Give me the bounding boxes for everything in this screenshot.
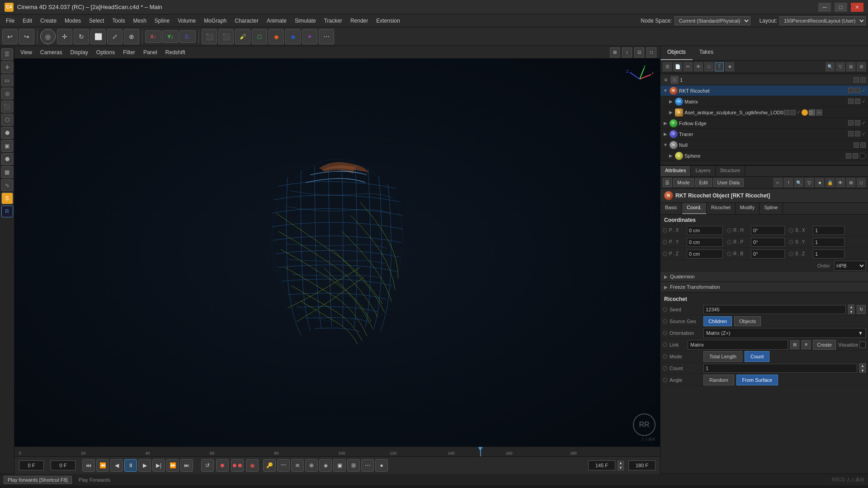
coord-rh-value[interactable]: 0° [751, 226, 785, 235]
attr-mode-btn[interactable]: Mode [673, 178, 694, 187]
extra5-button[interactable]: ⋯ [361, 459, 374, 472]
menu-tracker[interactable]: Tracker [321, 16, 346, 25]
coord-rp-value[interactable]: 0° [751, 238, 785, 247]
redo-button[interactable]: ↪ [19, 29, 34, 44]
sidebar-vol-icon[interactable]: ⬣ [1, 153, 13, 165]
object-row-asset[interactable]: ▶ A Aset_antique_sculpture_S_ugtkfevhw_L… [660, 107, 868, 118]
angle-radio[interactable] [663, 378, 667, 382]
menu-edit[interactable]: Edit [19, 16, 36, 25]
maximize-button[interactable]: □ [835, 3, 847, 12]
axis-y-button[interactable]: Y↕ [162, 30, 179, 43]
sidebar-grid-icon[interactable]: ▦ [1, 166, 13, 178]
asset-dot2[interactable] [790, 110, 796, 115]
extra4-button[interactable]: ⊞ [347, 459, 360, 472]
light-tool-button[interactable]: ◆ [269, 29, 284, 44]
tab-takes[interactable]: Takes [693, 46, 720, 60]
follow-dot2[interactable] [855, 120, 860, 126]
sidebar-mesh-icon[interactable]: ⬢ [1, 127, 13, 139]
object-tool-button[interactable]: ⬛ [218, 29, 234, 44]
link-clear-icon[interactable]: ✕ [802, 340, 811, 349]
timeline-ruler[interactable]: 0 20 40 60 80 100 120 140 160 180 [14, 447, 660, 457]
matrix-expand-icon[interactable]: ▶ [668, 99, 674, 104]
seed-up-btn[interactable]: ▲ [848, 305, 854, 309]
window-controls[interactable]: ─ □ ✕ [818, 3, 863, 12]
move-tool-button[interactable]: ✛ [57, 29, 72, 44]
camera-tool-button[interactable]: ◈ [285, 29, 301, 44]
frame-up[interactable]: ▲ [618, 461, 624, 465]
attr-info-icon[interactable]: □ [857, 178, 866, 187]
null-expand-icon[interactable]: ▼ [663, 142, 668, 147]
objects-btn[interactable]: Objects [734, 316, 761, 326]
matrix-check[interactable]: ✓ [862, 99, 866, 104]
panel-edit-icon[interactable]: ✏ [684, 62, 693, 71]
object-row-1[interactable]: ① □ 1 [660, 75, 868, 85]
filter-menu[interactable]: Filter [121, 48, 137, 56]
object-row-follow-edge[interactable]: ▶ F Follow Edge ✓ [660, 118, 868, 129]
key-button[interactable]: 🔑 [263, 459, 276, 472]
coord-y-radio[interactable] [663, 240, 667, 244]
random-btn[interactable]: Random [703, 375, 734, 385]
row1-dot2[interactable] [860, 77, 866, 83]
visualize-checkbox[interactable] [859, 342, 866, 348]
coord-sx-radio[interactable] [789, 228, 793, 233]
panel-view-icon[interactable]: 👁 [694, 62, 703, 71]
extra1-button[interactable]: ⊕ [305, 459, 318, 472]
order-select[interactable]: HPB [834, 261, 866, 271]
tab-structure[interactable]: Structure [716, 166, 745, 176]
record-button[interactable]: ⏺ [216, 459, 229, 472]
go-to-start-button[interactable]: ⏮ [82, 459, 95, 472]
frame-down[interactable]: ▼ [618, 466, 624, 470]
coord-h-radio[interactable] [727, 228, 731, 233]
playhead[interactable] [480, 447, 481, 456]
coord-sy-radio[interactable] [789, 240, 793, 244]
scale-tool-button[interactable]: ⬜ [90, 29, 106, 44]
count-down-btn[interactable]: ▼ [859, 368, 866, 373]
record-all-button[interactable]: ⏺⏺ [231, 459, 244, 472]
prop-tab-spline[interactable]: Spline [760, 203, 783, 214]
attr-search-icon[interactable]: 🔍 [794, 178, 803, 187]
tracer-expand-icon[interactable]: ▶ [663, 131, 668, 136]
follow-dot1[interactable] [848, 120, 854, 126]
object-row-sphere[interactable]: ▶ S Sphere [660, 150, 868, 161]
attr-eye-icon[interactable]: 👁 [836, 178, 845, 187]
sidebar-bend-icon[interactable]: S [1, 192, 13, 204]
children-btn[interactable]: Children [703, 316, 732, 326]
motion-button[interactable]: 〰 [277, 459, 290, 472]
coord-sz-value[interactable]: 1 [813, 249, 844, 258]
mode-radio[interactable] [663, 354, 667, 359]
panel-grid-icon[interactable]: ⊞ [846, 62, 855, 71]
attr-bookmark-icon[interactable]: ★ [815, 178, 824, 187]
snap-tool-button[interactable]: ⊕ [124, 29, 139, 44]
end-frame-display[interactable]: 180 F [628, 460, 656, 470]
orientation-radio[interactable] [663, 331, 667, 335]
loop-button[interactable]: ↺ [201, 459, 214, 472]
panel-object-icon[interactable]: □ [704, 62, 713, 71]
panel-bookmarks-icon[interactable]: ★ [725, 62, 734, 71]
panel-menu[interactable]: Panel [141, 48, 160, 56]
play-stop-button[interactable]: ⏸ [124, 459, 137, 472]
row1-dot1[interactable] [854, 77, 859, 83]
axis-x-button[interactable]: X↕ [145, 30, 161, 43]
menu-tools[interactable]: Tools [108, 16, 128, 25]
sidebar-spline-icon[interactable]: ∿ [1, 179, 13, 191]
viewport-btn-4[interactable]: □ [646, 47, 656, 57]
matrix-dot1[interactable] [848, 99, 854, 104]
asset-orange-dot[interactable] [802, 109, 808, 116]
start-frame-field[interactable]: 0 F [19, 460, 44, 470]
follow-expand-icon[interactable]: ▶ [663, 121, 668, 126]
menu-spline[interactable]: Spline [151, 16, 173, 25]
rkt-dot1[interactable] [848, 88, 854, 93]
asset-dot1[interactable] [784, 110, 789, 115]
object-row-rkt[interactable]: ▼ R RKT Ricochet ✓ [660, 85, 868, 96]
attr-edit-btn[interactable]: Edit [695, 178, 712, 187]
coord-sx-value[interactable]: 1 [813, 226, 844, 235]
start-frame-field2[interactable]: 0 F [51, 460, 75, 470]
sphere-dot1[interactable] [846, 153, 851, 159]
coord-b-radio[interactable] [727, 252, 731, 256]
play-forward-button[interactable]: ▶ [138, 459, 151, 472]
panel-settings-icon[interactable]: ⚙ [857, 62, 866, 71]
tab-objects[interactable]: Objects [660, 46, 693, 60]
axis-z-button[interactable]: Z↕ [179, 30, 196, 43]
prev-key-button[interactable]: ⏪ [96, 459, 109, 472]
menu-extension[interactable]: Extension [373, 16, 404, 25]
